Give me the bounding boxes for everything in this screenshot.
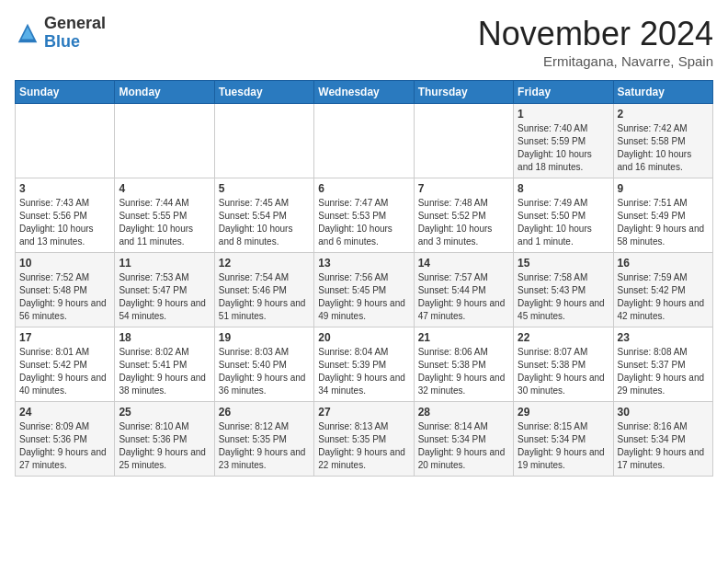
calendar-table: SundayMondayTuesdayWednesdayThursdayFrid… <box>15 80 713 477</box>
header-sunday: Sunday <box>16 81 115 104</box>
day-number: 23 <box>618 331 709 344</box>
day-info: Sunrise: 7:53 AM Sunset: 5:47 PM Dayligh… <box>119 271 210 323</box>
calendar-week-3: 10Sunrise: 7:52 AM Sunset: 5:48 PM Dayli… <box>16 253 713 327</box>
calendar-cell: 26Sunrise: 8:12 AM Sunset: 5:35 PM Dayli… <box>214 402 313 477</box>
day-info: Sunrise: 7:56 AM Sunset: 5:45 PM Dayligh… <box>318 271 409 323</box>
day-number: 22 <box>518 331 609 344</box>
day-number: 17 <box>19 331 110 344</box>
day-number: 1 <box>518 108 609 121</box>
day-number: 24 <box>19 406 110 419</box>
day-number: 5 <box>219 182 310 195</box>
logo: General Blue <box>15 15 106 52</box>
day-info: Sunrise: 8:01 AM Sunset: 5:42 PM Dayligh… <box>19 346 110 397</box>
day-number: 16 <box>618 257 709 270</box>
calendar-week-2: 3Sunrise: 7:43 AM Sunset: 5:56 PM Daylig… <box>16 178 713 253</box>
day-info: Sunrise: 7:49 AM Sunset: 5:50 PM Dayligh… <box>518 197 609 248</box>
day-info: Sunrise: 8:07 AM Sunset: 5:38 PM Dayligh… <box>518 346 609 397</box>
calendar-cell: 14Sunrise: 7:57 AM Sunset: 5:44 PM Dayli… <box>414 253 513 327</box>
calendar-cell: 21Sunrise: 8:06 AM Sunset: 5:38 PM Dayli… <box>414 327 513 402</box>
day-info: Sunrise: 7:47 AM Sunset: 5:53 PM Dayligh… <box>318 197 409 248</box>
day-info: Sunrise: 7:57 AM Sunset: 5:44 PM Dayligh… <box>418 271 509 323</box>
day-info: Sunrise: 7:59 AM Sunset: 5:42 PM Dayligh… <box>618 271 709 323</box>
day-number: 9 <box>618 182 709 195</box>
day-info: Sunrise: 7:44 AM Sunset: 5:55 PM Dayligh… <box>119 197 210 248</box>
calendar-cell: 2Sunrise: 7:42 AM Sunset: 5:58 PM Daylig… <box>613 104 712 178</box>
header-saturday: Saturday <box>613 81 712 104</box>
logo-general: General <box>44 15 106 33</box>
calendar-cell: 7Sunrise: 7:48 AM Sunset: 5:52 PM Daylig… <box>414 178 513 253</box>
calendar-cell <box>214 104 313 178</box>
title-block: November 2024 Ermitagana, Navarre, Spain <box>478 15 713 69</box>
calendar-cell: 27Sunrise: 8:13 AM Sunset: 5:35 PM Dayli… <box>314 402 414 477</box>
day-info: Sunrise: 8:06 AM Sunset: 5:38 PM Dayligh… <box>418 346 509 397</box>
day-number: 19 <box>219 331 310 344</box>
day-info: Sunrise: 8:02 AM Sunset: 5:41 PM Dayligh… <box>119 346 210 397</box>
day-number: 15 <box>518 257 609 270</box>
calendar-cell: 25Sunrise: 8:10 AM Sunset: 5:36 PM Dayli… <box>115 402 214 477</box>
calendar-cell: 1Sunrise: 7:40 AM Sunset: 5:59 PM Daylig… <box>514 104 613 178</box>
day-number: 10 <box>19 257 110 270</box>
calendar-cell <box>414 104 513 178</box>
day-number: 2 <box>618 108 709 121</box>
calendar-cell <box>314 104 414 178</box>
calendar-cell: 12Sunrise: 7:54 AM Sunset: 5:46 PM Dayli… <box>214 253 313 327</box>
calendar-cell: 8Sunrise: 7:49 AM Sunset: 5:50 PM Daylig… <box>514 178 613 253</box>
calendar-cell <box>115 104 214 178</box>
calendar-cell: 3Sunrise: 7:43 AM Sunset: 5:56 PM Daylig… <box>16 178 115 253</box>
day-number: 13 <box>318 257 409 270</box>
day-number: 28 <box>418 406 509 419</box>
day-info: Sunrise: 8:15 AM Sunset: 5:34 PM Dayligh… <box>518 420 609 472</box>
day-info: Sunrise: 7:40 AM Sunset: 5:59 PM Dayligh… <box>518 122 609 174</box>
header-thursday: Thursday <box>414 81 513 104</box>
day-number: 8 <box>518 182 609 195</box>
logo-blue: Blue <box>44 33 106 52</box>
day-info: Sunrise: 8:14 AM Sunset: 5:34 PM Dayligh… <box>418 420 509 472</box>
day-number: 7 <box>418 182 509 195</box>
day-number: 25 <box>119 406 210 419</box>
calendar-cell: 20Sunrise: 8:04 AM Sunset: 5:39 PM Dayli… <box>314 327 414 402</box>
calendar-cell: 17Sunrise: 8:01 AM Sunset: 5:42 PM Dayli… <box>16 327 115 402</box>
day-info: Sunrise: 7:42 AM Sunset: 5:58 PM Dayligh… <box>618 122 709 174</box>
day-info: Sunrise: 8:12 AM Sunset: 5:35 PM Dayligh… <box>219 420 310 472</box>
calendar-cell: 6Sunrise: 7:47 AM Sunset: 5:53 PM Daylig… <box>314 178 414 253</box>
calendar-cell: 19Sunrise: 8:03 AM Sunset: 5:40 PM Dayli… <box>214 327 313 402</box>
day-info: Sunrise: 7:43 AM Sunset: 5:56 PM Dayligh… <box>19 197 110 248</box>
day-info: Sunrise: 7:58 AM Sunset: 5:43 PM Dayligh… <box>518 271 609 323</box>
location: Ermitagana, Navarre, Spain <box>478 53 713 69</box>
month-title: November 2024 <box>478 15 713 53</box>
day-number: 12 <box>219 257 310 270</box>
calendar-cell: 10Sunrise: 7:52 AM Sunset: 5:48 PM Dayli… <box>16 253 115 327</box>
calendar-week-5: 24Sunrise: 8:09 AM Sunset: 5:36 PM Dayli… <box>16 402 713 477</box>
day-info: Sunrise: 8:09 AM Sunset: 5:36 PM Dayligh… <box>19 420 110 472</box>
day-number: 27 <box>318 406 409 419</box>
calendar-cell: 23Sunrise: 8:08 AM Sunset: 5:37 PM Dayli… <box>613 327 712 402</box>
day-info: Sunrise: 8:04 AM Sunset: 5:39 PM Dayligh… <box>318 346 409 397</box>
calendar-cell: 28Sunrise: 8:14 AM Sunset: 5:34 PM Dayli… <box>414 402 513 477</box>
day-info: Sunrise: 8:13 AM Sunset: 5:35 PM Dayligh… <box>318 420 409 472</box>
day-number: 29 <box>518 406 609 419</box>
calendar-body: 1Sunrise: 7:40 AM Sunset: 5:59 PM Daylig… <box>16 104 713 477</box>
header-friday: Friday <box>514 81 613 104</box>
day-info: Sunrise: 7:48 AM Sunset: 5:52 PM Dayligh… <box>418 197 509 248</box>
day-info: Sunrise: 8:03 AM Sunset: 5:40 PM Dayligh… <box>219 346 310 397</box>
logo-icon <box>15 20 40 46</box>
day-number: 11 <box>119 257 210 270</box>
calendar-header-row: SundayMondayTuesdayWednesdayThursdayFrid… <box>16 81 713 104</box>
calendar-cell: 30Sunrise: 8:16 AM Sunset: 5:34 PM Dayli… <box>613 402 712 477</box>
day-number: 4 <box>119 182 210 195</box>
page-header: General Blue November 2024 Ermitagana, N… <box>15 15 713 69</box>
day-info: Sunrise: 7:45 AM Sunset: 5:54 PM Dayligh… <box>219 197 310 248</box>
header-monday: Monday <box>115 81 214 104</box>
day-number: 18 <box>119 331 210 344</box>
day-number: 6 <box>318 182 409 195</box>
calendar-cell: 11Sunrise: 7:53 AM Sunset: 5:47 PM Dayli… <box>115 253 214 327</box>
calendar-cell: 24Sunrise: 8:09 AM Sunset: 5:36 PM Dayli… <box>16 402 115 477</box>
calendar-cell: 9Sunrise: 7:51 AM Sunset: 5:49 PM Daylig… <box>613 178 712 253</box>
calendar-cell: 16Sunrise: 7:59 AM Sunset: 5:42 PM Dayli… <box>613 253 712 327</box>
calendar-week-1: 1Sunrise: 7:40 AM Sunset: 5:59 PM Daylig… <box>16 104 713 178</box>
header-wednesday: Wednesday <box>314 81 414 104</box>
calendar-cell: 18Sunrise: 8:02 AM Sunset: 5:41 PM Dayli… <box>115 327 214 402</box>
calendar-cell <box>16 104 115 178</box>
day-info: Sunrise: 8:10 AM Sunset: 5:36 PM Dayligh… <box>119 420 210 472</box>
calendar-week-4: 17Sunrise: 8:01 AM Sunset: 5:42 PM Dayli… <box>16 327 713 402</box>
